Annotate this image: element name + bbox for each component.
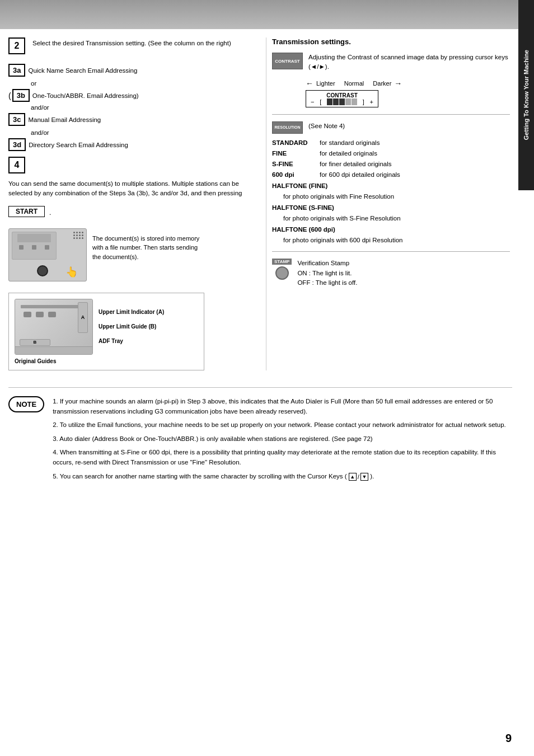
stamp-block: STAMP Verification Stamp ON : The light … xyxy=(272,259,510,288)
right-arrow-icon: → xyxy=(394,79,402,88)
machine-diagram-image: 👆 xyxy=(8,228,87,284)
adf-diagram: A B Upper Limit Indicator (A) xyxy=(8,293,204,370)
sidebar-tab-label: Getting To Know Your Machine xyxy=(522,50,530,140)
note-badge: NOTE xyxy=(8,396,44,412)
step-3a-label: 3a xyxy=(8,64,25,77)
divider-1 xyxy=(272,114,510,115)
machine-caption: The document(s) is stored into memory wi… xyxy=(92,228,204,262)
see-note-4: (See Note 4) xyxy=(308,121,345,131)
note-section: NOTE If your machine sounds an alarm (pi… xyxy=(8,387,512,486)
adf-tray-image: A B xyxy=(15,299,93,355)
res-halftone-fine-desc: for photo originals with Fine Resolution xyxy=(283,192,510,201)
adf-tray-label: ADF Tray xyxy=(99,338,123,344)
contrast-bracket-close: ] xyxy=(363,98,364,105)
divider-2 xyxy=(272,251,510,252)
stamp-icon-label: STAMP xyxy=(272,259,292,265)
stamp-circle-icon xyxy=(275,266,289,280)
start-period: . xyxy=(49,209,51,217)
note-item-4: When transmitting at S-Fine or 600 dpi, … xyxy=(53,447,512,468)
res-sfine-label: S-FINE xyxy=(272,159,317,168)
note-list: If your machine sounds an alarm (pi-pi-p… xyxy=(53,396,512,486)
top-header-bar xyxy=(0,0,518,29)
right-panel: Transmission settings. CONTRAST Adjustin… xyxy=(266,37,510,370)
step-3c-text: Manual Email Addressing xyxy=(28,116,101,123)
contrast-block: CONTRAST Adjusting the Contrast of scann… xyxy=(272,53,510,72)
step-3b-text: One-Touch/ABBR. Email Addressing) xyxy=(32,92,139,99)
andor-text-2: and/or xyxy=(31,129,249,136)
res-halftone-600-label: HALFTONE (600 dpi) xyxy=(272,225,335,234)
res-fine-desc: for detailed originals xyxy=(320,149,510,158)
up-arrow-key: ▲ xyxy=(349,473,357,481)
left-panel: 2 Select the desired Transmission settin… xyxy=(8,37,255,370)
open-paren: ( xyxy=(8,91,11,100)
transmission-title: Transmission settings. xyxy=(272,37,510,46)
note-item-5: You can search for another name starting… xyxy=(53,471,512,482)
res-halftone-600-desc: for photo originals with 600 dpi Resolut… xyxy=(283,236,510,245)
lighter-label: Lighter xyxy=(316,80,335,87)
contrast-bracket-open: [ xyxy=(320,98,321,105)
guide-b-label: B xyxy=(34,340,37,345)
contrast-minus: − xyxy=(311,98,314,105)
step-3d-label: 3d xyxy=(8,138,26,151)
res-sfine-desc: for finer detailed originals xyxy=(320,159,510,168)
contrast-display: ← Lighter Normal Darker → CONTRAST − [ xyxy=(306,79,510,107)
start-button[interactable]: START xyxy=(8,206,45,217)
note-item-3: Auto dialer (Address Book or One-Touch/A… xyxy=(53,434,512,444)
stamp-off: OFF : The light is off. xyxy=(297,278,357,288)
contrast-icon: CONTRAST xyxy=(272,53,303,69)
contrast-plus: + xyxy=(370,98,373,105)
resolution-block: RESOLUTION (See Note 4) xyxy=(272,121,510,134)
contrast-description: Adjusting the Contrast of scanned image … xyxy=(308,53,510,72)
slash-separator: / xyxy=(358,472,359,482)
res-standard-desc: for standard originals xyxy=(320,138,510,147)
darker-label: Darker xyxy=(373,80,391,87)
contrast-bar-box: CONTRAST − [ ] + xyxy=(306,90,378,107)
contrast-blocks xyxy=(327,98,357,105)
left-arrow-icon: ← xyxy=(306,79,313,88)
adf-labels: Upper Limit Indicator (A) Upper Limit Gu… xyxy=(99,307,164,346)
upper-limit-indicator-label: Upper Limit Indicator (A) xyxy=(99,309,164,315)
res-600-label: 600 dpi xyxy=(272,170,317,179)
stamp-on: ON : The light is lit. xyxy=(297,269,357,278)
step-3b-label: 3b xyxy=(12,89,30,102)
step-3c-label: 3c xyxy=(8,113,25,126)
normal-label: Normal xyxy=(344,80,364,87)
down-arrow-key: ▼ xyxy=(360,473,368,481)
res-600-desc: for 600 dpi detailed originals xyxy=(320,170,510,179)
step-3a-text: Quick Name Search Email Addressing xyxy=(28,67,137,74)
sidebar-tab: Getting To Know Your Machine xyxy=(518,0,534,190)
resolution-items: STANDARD for standard originals FINE for… xyxy=(272,138,510,245)
res-fine-label: FINE xyxy=(272,149,317,158)
res-halftone-fine-label: HALFTONE (FINE) xyxy=(272,181,327,190)
note-item-2: To utilize the Email functions, your mac… xyxy=(53,420,512,430)
note-item-1: If your machine sounds an alarm (pi-pi-p… xyxy=(53,396,512,417)
guide-a-label: A xyxy=(81,314,85,320)
original-guides-label: Original Guides xyxy=(15,358,198,364)
step-2-box: 2 xyxy=(8,37,25,54)
res-halftone-sfine-desc: for photo originals with S-Fine Resoluti… xyxy=(283,214,510,223)
step-3d-text: Directory Search Email Addressing xyxy=(29,142,128,148)
stamp-label: Verification Stamp xyxy=(297,259,357,268)
step-4-box: 4 xyxy=(8,157,25,173)
contrast-bar-label: CONTRAST xyxy=(311,92,373,98)
res-standard-label: STANDARD xyxy=(272,138,317,147)
page-number: 9 xyxy=(505,732,512,745)
andor-text-1: and/or xyxy=(31,104,249,111)
stamp-text: Verification Stamp ON : The light is lit… xyxy=(297,259,357,288)
res-halftone-sfine-label: HALFTONE (S-FINE) xyxy=(272,203,334,212)
upper-limit-guide-label: Upper Limit Guide (B) xyxy=(99,323,156,330)
resolution-icon: RESOLUTION xyxy=(272,121,303,134)
step-4-instruction: You can send the same document(s) to mul… xyxy=(8,179,249,199)
step-2-instruction: Select the desired Transmission setting.… xyxy=(32,39,231,48)
or-text-1: or xyxy=(31,80,249,87)
